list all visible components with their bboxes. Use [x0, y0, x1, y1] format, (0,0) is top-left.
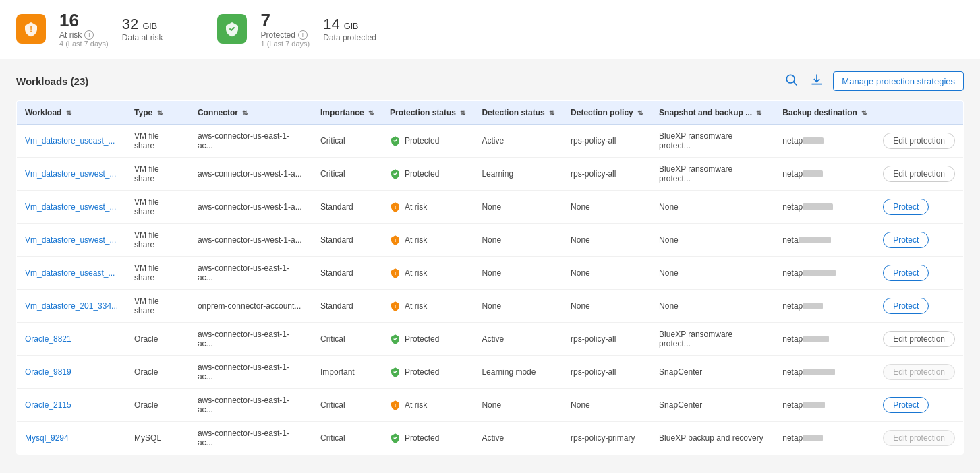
- cell-backup-destination: netap: [774, 157, 875, 190]
- cell-backup-destination: neta: [774, 223, 875, 256]
- at-risk-main: 16 At risk i 4 (Last 7 days): [59, 11, 109, 48]
- cell-detection-policy: rps-policy-primary: [563, 421, 651, 454]
- cell-action[interactable]: Protect: [875, 289, 963, 322]
- protection-status-text: At risk: [405, 400, 427, 410]
- cell-detection-policy: None: [563, 190, 651, 223]
- cell-action[interactable]: Protect: [875, 388, 963, 421]
- cell-action[interactable]: Protect: [875, 223, 963, 256]
- cell-workload[interactable]: Vm_datastore_useast_...: [17, 256, 127, 289]
- workload-link[interactable]: Vm_datastore_201_334...: [25, 301, 118, 311]
- cell-backup-destination: netap: [774, 421, 875, 454]
- cell-action[interactable]: Protect: [875, 256, 963, 289]
- cell-workload[interactable]: Oracle_2115: [17, 388, 127, 421]
- cell-workload[interactable]: Oracle_9819: [17, 355, 127, 388]
- cell-snapshot-backup: None: [651, 289, 774, 322]
- cell-backup-destination: netap: [774, 322, 875, 355]
- workload-link[interactable]: Vm_datastore_uswest_...: [25, 202, 116, 212]
- protected-icon: [217, 14, 247, 44]
- workload-link[interactable]: Vm_datastore_useast_...: [25, 136, 115, 146]
- col-detection-policy[interactable]: Detection policy ⇅: [563, 100, 651, 124]
- protect-button[interactable]: Protect: [883, 397, 929, 413]
- protection-status-icon: !: [390, 201, 401, 212]
- col-importance[interactable]: Importance ⇅: [312, 100, 382, 124]
- protection-status-text: Protected: [405, 433, 439, 443]
- cell-action[interactable]: Edit protection: [875, 322, 963, 355]
- workload-link[interactable]: Oracle_8821: [25, 334, 71, 344]
- workload-link[interactable]: Oracle_9819: [25, 367, 71, 377]
- edit-protection-button[interactable]: Edit protection: [883, 133, 955, 149]
- edit-protection-button[interactable]: Edit protection: [883, 166, 955, 182]
- protect-button[interactable]: Protect: [883, 265, 929, 281]
- cell-action[interactable]: Protect: [875, 190, 963, 223]
- workload-link[interactable]: Vm_datastore_uswest_...: [25, 169, 116, 179]
- protect-button[interactable]: Protect: [883, 199, 929, 215]
- cell-backup-destination: netap: [774, 190, 875, 223]
- cell-connector: aws-connector-us-east-1-ac...: [190, 388, 312, 421]
- edit-protection-button-disabled: Edit protection: [883, 430, 955, 446]
- cell-snapshot-backup: BlueXP ransomware protect...: [651, 322, 774, 355]
- table-row: Oracle_2115 Oracle aws-connector-us-east…: [17, 388, 964, 421]
- protection-status-icon: [390, 367, 401, 377]
- cell-workload[interactable]: Vm_datastore_uswest_...: [17, 223, 127, 256]
- cell-workload[interactable]: Oracle_8821: [17, 322, 127, 355]
- workload-link[interactable]: Vm_datastore_uswest_...: [25, 235, 116, 245]
- cell-protection-status: ! At risk: [382, 289, 473, 322]
- protect-button[interactable]: Protect: [883, 232, 929, 248]
- cell-snapshot-backup: None: [651, 190, 774, 223]
- cell-action[interactable]: Edit protection: [875, 124, 963, 157]
- protected-main: 7 Protected i 1 (Last 7 days): [260, 11, 310, 48]
- download-button[interactable]: [807, 70, 826, 92]
- table-header-row: Workload ⇅ Type ⇅ Connector ⇅ Importance…: [17, 100, 964, 124]
- at-risk-data-label: Data at risk: [122, 33, 163, 42]
- cell-action[interactable]: Edit protection: [875, 421, 963, 454]
- cell-importance: Critical: [312, 124, 382, 157]
- workload-link[interactable]: Mysql_9294: [25, 433, 69, 443]
- cell-importance: Standard: [312, 190, 382, 223]
- svg-text:!: !: [395, 270, 396, 275]
- edit-protection-button[interactable]: Edit protection: [883, 331, 955, 347]
- col-backup-destination[interactable]: Backup destination ⇅: [774, 100, 875, 124]
- protect-button[interactable]: Protect: [883, 298, 929, 314]
- protection-status-text: Protected: [405, 367, 439, 377]
- col-detection-status[interactable]: Detection status ⇅: [473, 100, 563, 124]
- cell-protection-status: Protected: [382, 355, 473, 388]
- col-workload[interactable]: Workload ⇅: [17, 100, 127, 124]
- cell-detection-policy: None: [563, 388, 651, 421]
- table-row: Vm_datastore_useast_... VM file share aw…: [17, 256, 964, 289]
- col-connector[interactable]: Connector ⇅: [190, 100, 312, 124]
- cell-workload[interactable]: Vm_datastore_useast_...: [17, 124, 127, 157]
- table-row: Oracle_8821 Oracle aws-connector-us-east…: [17, 322, 964, 355]
- cell-protection-status: Protected: [382, 157, 473, 190]
- cell-snapshot-backup: SnapCenter: [651, 355, 774, 388]
- cell-workload[interactable]: Vm_datastore_uswest_...: [17, 190, 127, 223]
- workload-link[interactable]: Oracle_2115: [25, 400, 71, 410]
- protection-status-icon: !: [390, 400, 401, 410]
- col-protection-status[interactable]: Protection status ⇅: [382, 100, 473, 124]
- cell-detection-policy: None: [563, 223, 651, 256]
- protection-status-icon: [390, 334, 401, 344]
- at-risk-data: 32 GiB Data at risk: [122, 15, 163, 42]
- cell-workload[interactable]: Vm_datastore_201_334...: [17, 289, 127, 322]
- table-row: Mysql_9294 MySQL aws-connector-us-east-1…: [17, 421, 964, 454]
- table-header-bar: Workloads (23) Manage protection strateg…: [16, 70, 964, 92]
- cell-action[interactable]: Edit protection: [875, 355, 963, 388]
- cell-action[interactable]: Edit protection: [875, 157, 963, 190]
- cell-connector: aws-connector-us-east-1-ac...: [190, 421, 312, 454]
- manage-protection-strategies-button[interactable]: Manage protection strategies: [833, 71, 964, 91]
- cell-workload[interactable]: Vm_datastore_uswest_...: [17, 157, 127, 190]
- col-snapshot-backup[interactable]: Snapshot and backup ... ⇅: [651, 100, 774, 124]
- protected-label: Protected i: [260, 30, 310, 40]
- table-row: Oracle_9819 Oracle aws-connector-us-east…: [17, 355, 964, 388]
- col-type[interactable]: Type ⇅: [126, 100, 190, 124]
- protected-info-icon[interactable]: i: [298, 30, 308, 40]
- table-row: Vm_datastore_201_334... VM file share on…: [17, 289, 964, 322]
- protected-sublabel: 1 (Last 7 days): [260, 40, 310, 48]
- search-button[interactable]: [782, 70, 801, 92]
- cell-workload[interactable]: Mysql_9294: [17, 421, 127, 454]
- protection-status-icon: !: [390, 234, 401, 245]
- col-action: [875, 100, 963, 124]
- workload-link[interactable]: Vm_datastore_useast_...: [25, 268, 115, 278]
- cell-detection-policy: rps-policy-all: [563, 355, 651, 388]
- cell-type: VM file share: [126, 124, 190, 157]
- at-risk-info-icon[interactable]: i: [84, 30, 94, 40]
